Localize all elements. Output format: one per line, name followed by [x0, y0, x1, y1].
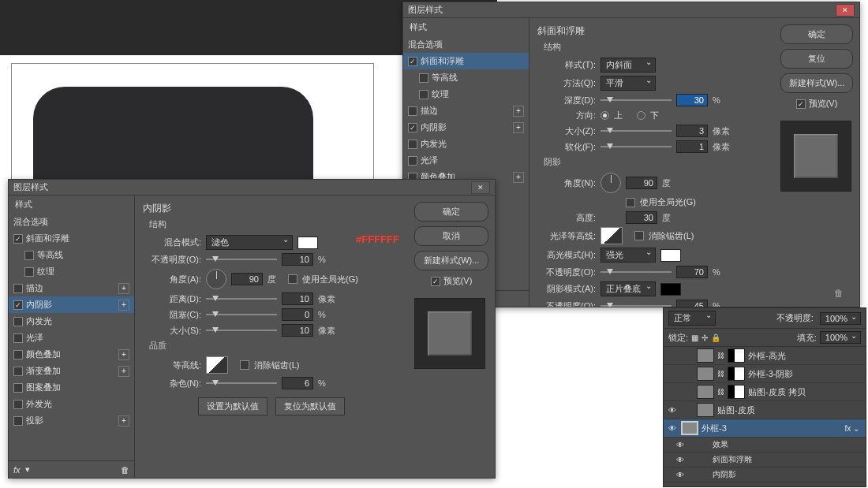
mask-thumbnail[interactable]	[728, 348, 745, 363]
layer-thumbnail[interactable]	[697, 403, 714, 417]
ok-button[interactable]: 确定	[780, 24, 853, 44]
make-default-button[interactable]: 设置为默认值	[198, 397, 268, 415]
visibility-icon[interactable]: 👁	[675, 471, 686, 479]
row-texture[interactable]: 纹理	[9, 263, 134, 280]
row-outer-glow[interactable]: 外发光	[9, 396, 134, 412]
close-button[interactable]: ✕	[471, 181, 490, 194]
contour-picker[interactable]	[206, 356, 228, 374]
row-gradient-overlay[interactable]: 渐变叠加+	[9, 363, 134, 379]
row-texture[interactable]: 纹理	[403, 86, 529, 102]
size-slider[interactable]	[206, 330, 277, 331]
depth-slider[interactable]	[600, 99, 672, 101]
antialias-checkbox[interactable]	[634, 231, 644, 240]
preview-checkbox[interactable]	[796, 99, 806, 109]
row-satin[interactable]: 光泽	[9, 330, 134, 346]
soften-slider[interactable]	[600, 146, 672, 147]
ok-button[interactable]: 确定	[414, 202, 488, 222]
angle-dial[interactable]	[206, 269, 226, 289]
effects-row[interactable]: 👁效果	[664, 438, 866, 453]
angle-dial[interactable]	[600, 173, 621, 193]
layer-thumbnail[interactable]	[697, 367, 714, 381]
visibility-icon[interactable]: 👁	[675, 456, 686, 464]
row-inner-glow[interactable]: 内发光	[9, 313, 134, 330]
trash-icon[interactable]: 🗑	[834, 288, 844, 299]
mask-thumbnail[interactable]	[728, 385, 745, 399]
opacity-input[interactable]: 10	[282, 253, 313, 266]
choke-input[interactable]: 0	[282, 308, 313, 321]
global-light-checkbox[interactable]	[288, 274, 297, 284]
row-bevel[interactable]: 斜面和浮雕	[403, 53, 529, 69]
row-satin[interactable]: 光泽	[403, 152, 529, 169]
shadow-mode-dropdown[interactable]: 正片叠底	[600, 281, 656, 296]
trash-icon[interactable]: 🗑	[121, 465, 129, 475]
depth-input[interactable]: 30	[676, 94, 708, 106]
highlight-opacity-input[interactable]: 70	[676, 266, 708, 278]
add-icon[interactable]: +	[118, 349, 129, 360]
fx-icon[interactable]: fx	[13, 465, 21, 475]
row-inner-shadow[interactable]: 内阴影+	[403, 119, 529, 136]
layer-thumbnail[interactable]	[697, 385, 714, 399]
size-input[interactable]: 10	[282, 324, 313, 337]
shadow-opacity-input[interactable]: 45	[676, 300, 708, 307]
blend-mode-dropdown[interactable]: 正常	[668, 311, 716, 326]
dir-up-radio[interactable]	[600, 111, 609, 120]
highlight-mode-dropdown[interactable]: 强光	[600, 248, 656, 263]
add-icon[interactable]: +	[513, 172, 524, 183]
row-contour[interactable]: 等高线	[403, 69, 529, 86]
row-pattern-overlay[interactable]: 图案叠加	[9, 379, 134, 396]
row-blend-options[interactable]: 混合选项	[403, 36, 529, 53]
row-color-overlay[interactable]: 颜色叠加+	[9, 346, 134, 363]
layer-row[interactable]: ⛓外框-高光	[664, 347, 866, 365]
layer-thumbnail[interactable]	[681, 421, 698, 435]
chevron-icon[interactable]: ▾	[25, 464, 30, 475]
color-swatch[interactable]	[297, 237, 318, 249]
layer-thumbnail[interactable]	[697, 348, 714, 363]
layer-opacity-dropdown[interactable]: 100%	[820, 312, 861, 325]
noise-input[interactable]: 6	[282, 377, 313, 389]
layer-row[interactable]: 👁外框-3fx ⌄	[664, 419, 866, 438]
row-inner-glow[interactable]: 内发光	[403, 136, 529, 152]
visibility-icon[interactable]: 👁	[667, 406, 678, 415]
antialias-checkbox[interactable]	[240, 360, 249, 370]
row-stroke[interactable]: 描边+	[9, 280, 134, 296]
angle-input[interactable]: 90	[231, 273, 263, 285]
opacity-slider[interactable]	[206, 259, 277, 260]
distance-slider[interactable]	[206, 298, 277, 300]
visibility-icon[interactable]: 👁	[675, 441, 686, 449]
global-light-checkbox[interactable]	[626, 198, 635, 207]
shadow-opacity-slider[interactable]	[600, 305, 672, 307]
technique-dropdown[interactable]: 平滑	[600, 76, 656, 91]
add-icon[interactable]: +	[118, 283, 129, 294]
blend-mode-dropdown[interactable]: 滤色	[206, 235, 293, 250]
highlight-color-swatch[interactable]	[660, 249, 681, 262]
distance-input[interactable]: 10	[282, 292, 313, 305]
lock-all-icon[interactable]: 🔒	[711, 333, 720, 342]
row-inner-shadow[interactable]: 内阴影+	[9, 296, 134, 313]
preview-checkbox[interactable]	[431, 277, 440, 286]
reset-default-button[interactable]: 复位为默认值	[275, 397, 345, 415]
size-slider[interactable]	[600, 130, 672, 132]
gloss-contour-picker[interactable]	[600, 227, 623, 244]
lock-pixels-icon[interactable]: ▦	[691, 333, 698, 342]
angle-input[interactable]: 90	[626, 177, 657, 189]
noise-slider[interactable]	[206, 382, 277, 384]
dir-down-radio[interactable]	[637, 111, 645, 120]
effect-inner-shadow-row[interactable]: 👁内阴影	[664, 468, 866, 482]
layer-row[interactable]: ⛓外框-3-阴影	[664, 365, 866, 383]
size-input[interactable]: 3	[676, 125, 708, 137]
new-style-button[interactable]: 新建样式(W)...	[414, 251, 488, 270]
highlight-opacity-slider[interactable]	[600, 271, 672, 273]
style-dropdown[interactable]: 内斜面	[600, 58, 656, 73]
layer-row[interactable]: 👁贴图-皮质	[664, 401, 866, 419]
new-style-button[interactable]: 新建样式(W)...	[780, 73, 853, 93]
row-bevel[interactable]: 斜面和浮雕	[9, 230, 134, 247]
lock-position-icon[interactable]: ✢	[702, 333, 708, 342]
effect-bevel-row[interactable]: 👁斜面和浮雕	[664, 453, 866, 468]
add-icon[interactable]: +	[118, 366, 129, 377]
add-icon[interactable]: +	[118, 415, 129, 427]
shadow-color-swatch[interactable]	[660, 283, 681, 296]
add-icon[interactable]: +	[513, 106, 524, 117]
visibility-icon[interactable]: 👁	[667, 424, 678, 433]
altitude-input[interactable]: 30	[626, 211, 657, 224]
row-contour[interactable]: 等高线	[9, 247, 134, 263]
